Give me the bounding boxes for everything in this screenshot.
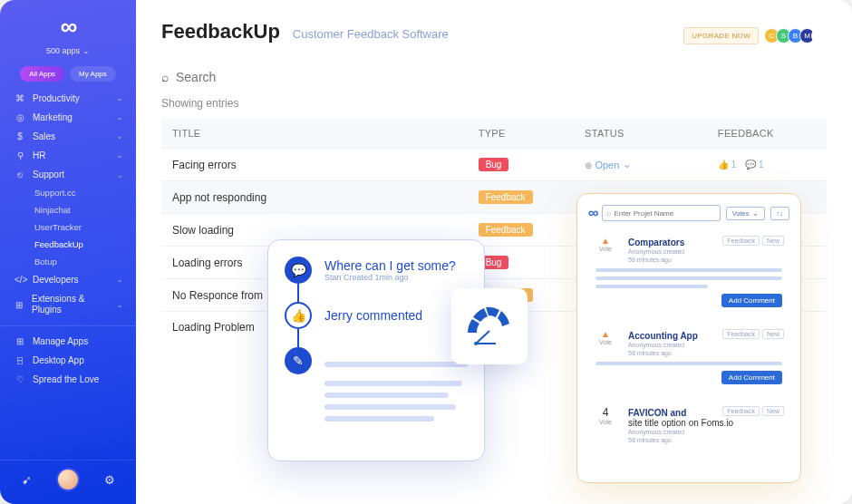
nav-label: Manage Apps bbox=[33, 336, 88, 346]
page-title: FeedbackUp bbox=[161, 20, 280, 44]
col-type[interactable]: TYPE bbox=[468, 119, 574, 149]
feed-item[interactable]: ▲Vote FeedbackNew Comparators Anonymous … bbox=[588, 230, 789, 315]
nav-label: Marketing bbox=[33, 112, 73, 122]
chevron-down-icon: ⌄ bbox=[117, 94, 123, 102]
status-open[interactable]: Open ⌄ bbox=[595, 159, 631, 170]
sub-feedbackup[interactable]: FeedbackUp bbox=[0, 236, 136, 253]
upgrade-button[interactable]: UPGRADE NOW bbox=[683, 27, 759, 44]
cell-title: Facing errors bbox=[161, 149, 468, 181]
sidebar: ∞ 500 apps ⌄ All Apps My Apps ⌘Productiv… bbox=[0, 0, 136, 504]
dollar-icon: $ bbox=[15, 131, 25, 141]
app-tabs: All Apps My Apps bbox=[0, 66, 136, 82]
headset-icon: ⎋ bbox=[15, 170, 25, 179]
gear-icon[interactable]: ⚙ bbox=[104, 473, 115, 487]
nav-spread-love[interactable]: ♡Spread the Love bbox=[0, 370, 136, 389]
avatar[interactable] bbox=[56, 468, 80, 491]
cell-title: App not responding bbox=[161, 181, 468, 214]
add-user-badge[interactable]: ⚇ bbox=[811, 28, 827, 44]
desktop-icon: ⌸ bbox=[15, 355, 25, 365]
chevron-down-icon: ⌄ bbox=[117, 276, 123, 284]
add-comment-button[interactable]: Add Comment bbox=[721, 294, 782, 307]
chevron-up-icon: ⌃ bbox=[117, 170, 123, 179]
sub-ninjachat[interactable]: Ninjachat bbox=[0, 201, 136, 218]
col-feedback[interactable]: FEEDBACK bbox=[707, 119, 827, 149]
sub-supportcc[interactable]: Support.cc bbox=[0, 184, 136, 201]
search-input[interactable] bbox=[176, 70, 448, 84]
sub-botup[interactable]: Botup bbox=[0, 253, 136, 270]
feed-item[interactable]: 4Vote FeedbackNew FAVICON andsite title … bbox=[588, 401, 789, 451]
svg-line-0 bbox=[476, 331, 489, 344]
feed-search[interactable]: ⌕ bbox=[602, 205, 720, 221]
tag-feedback: Feedback bbox=[479, 190, 533, 204]
feed-card: ∞ ⌕ Votes ⌄ ↑↓ ▲Vote FeedbackNew Compara… bbox=[576, 193, 801, 483]
feed-item-meta: Anonymous created58 minutes ago bbox=[628, 341, 782, 357]
chat-icon: 💬 bbox=[285, 257, 312, 284]
tag-feedback: Feedback bbox=[479, 223, 533, 237]
feed-tag: Feedback bbox=[722, 236, 760, 246]
feed-tag: New bbox=[762, 329, 784, 339]
user-badge-stack[interactable]: C S B M ⚇ bbox=[768, 28, 827, 44]
apps-count[interactable]: 500 apps ⌄ bbox=[46, 46, 90, 55]
target-icon: ◎ bbox=[15, 112, 25, 122]
feed-tag: Feedback bbox=[722, 329, 760, 339]
feed-item-meta: Anonymous created58 minutes ago bbox=[628, 428, 782, 444]
chevron-down-icon: ⌄ bbox=[82, 46, 90, 55]
vote-count: 4 bbox=[592, 406, 619, 419]
votes-dropdown[interactable]: Votes ⌄ bbox=[726, 207, 765, 220]
sort-button[interactable]: ↑↓ bbox=[770, 207, 790, 220]
nav-developers[interactable]: </>Developers⌄ bbox=[0, 270, 136, 289]
feed-item[interactable]: ▲Vote FeedbackNew Accounting App Anonymo… bbox=[588, 324, 789, 392]
nav-bottom: ⊞Manage Apps ⌸Desktop App ♡Spread the Lo… bbox=[0, 325, 136, 389]
nav-support[interactable]: ⎋Support⌃ bbox=[0, 165, 136, 184]
feed-tag: New bbox=[762, 236, 784, 246]
nav-sales[interactable]: $Sales⌄ bbox=[0, 127, 136, 146]
activity-title: Where can I get some? bbox=[324, 258, 456, 273]
comment-icon[interactable]: 💬 1 bbox=[745, 160, 763, 170]
svg-point-2 bbox=[474, 342, 478, 345]
gauge-icon bbox=[460, 296, 519, 356]
nav-productivity[interactable]: ⌘Productivity⌄ bbox=[0, 89, 136, 108]
add-comment-button[interactable]: Add Comment bbox=[721, 371, 782, 384]
feed-item-meta: Anonymous created58 minutes ago bbox=[628, 247, 782, 264]
chevron-down-icon: ⌄ bbox=[623, 159, 631, 170]
tab-my-apps[interactable]: My Apps bbox=[70, 66, 116, 82]
nav-label: Desktop App bbox=[33, 355, 84, 365]
thumbs-up-icon[interactable]: 👍 1 bbox=[718, 160, 736, 170]
search-icon: ⌕ bbox=[161, 70, 169, 84]
nav-label: Productivity bbox=[33, 93, 80, 103]
page-header: FeedbackUp Customer Feedback Software UP… bbox=[161, 20, 827, 44]
tab-all-apps[interactable]: All Apps bbox=[20, 66, 64, 82]
nav-extensions[interactable]: ⊞Extensions & Plugins⌄ bbox=[0, 289, 136, 320]
col-status[interactable]: STATUS bbox=[574, 119, 707, 149]
sub-usertracker[interactable]: UserTracker bbox=[0, 218, 136, 236]
tag-bug: Bug bbox=[479, 158, 509, 171]
rocket-icon[interactable]: ➹ bbox=[22, 473, 32, 487]
status-icon: ⊕ bbox=[585, 160, 592, 170]
nav-label: HR bbox=[33, 150, 45, 160]
vote-box[interactable]: ▲Vote bbox=[592, 329, 619, 345]
showing-entries: Showing entries bbox=[161, 97, 827, 110]
vote-box[interactable]: ▲Vote bbox=[592, 236, 619, 252]
puzzle-icon: ⊞ bbox=[15, 300, 24, 310]
activity-meta: Stan Created 1min ago bbox=[324, 273, 456, 282]
upvote-icon[interactable]: ▲ bbox=[592, 236, 619, 246]
chevron-down-icon: ⌄ bbox=[117, 151, 123, 160]
col-title[interactable]: TITLE bbox=[161, 119, 468, 149]
nav-manage-apps[interactable]: ⊞Manage Apps bbox=[0, 332, 136, 351]
code-icon: </> bbox=[15, 275, 25, 285]
feed-search-input[interactable] bbox=[614, 209, 715, 218]
nav-hr[interactable]: ⚲HR⌄ bbox=[0, 146, 136, 165]
nav-label: Developers bbox=[33, 275, 79, 285]
thumbs-up-icon: 👍 bbox=[285, 302, 312, 329]
nav-desktop-app[interactable]: ⌸Desktop App bbox=[0, 351, 136, 370]
table-row[interactable]: Facing errors Bug ⊕ Open ⌄ 👍 1💬 1 bbox=[161, 149, 827, 181]
grid-icon: ⌘ bbox=[15, 93, 25, 103]
heart-icon: ♡ bbox=[15, 374, 25, 384]
sidebar-footer: ➹ ⚙ bbox=[0, 460, 136, 497]
search-icon: ⌕ bbox=[606, 208, 611, 218]
upvote-icon[interactable]: ▲ bbox=[592, 329, 619, 339]
vote-box[interactable]: 4Vote bbox=[592, 406, 619, 425]
primary-nav: ⌘Productivity⌄ ◎Marketing⌄ $Sales⌄ ⚲HR⌄ … bbox=[0, 89, 136, 460]
edit-icon: ✎ bbox=[285, 347, 312, 374]
nav-marketing[interactable]: ◎Marketing⌄ bbox=[0, 108, 136, 127]
